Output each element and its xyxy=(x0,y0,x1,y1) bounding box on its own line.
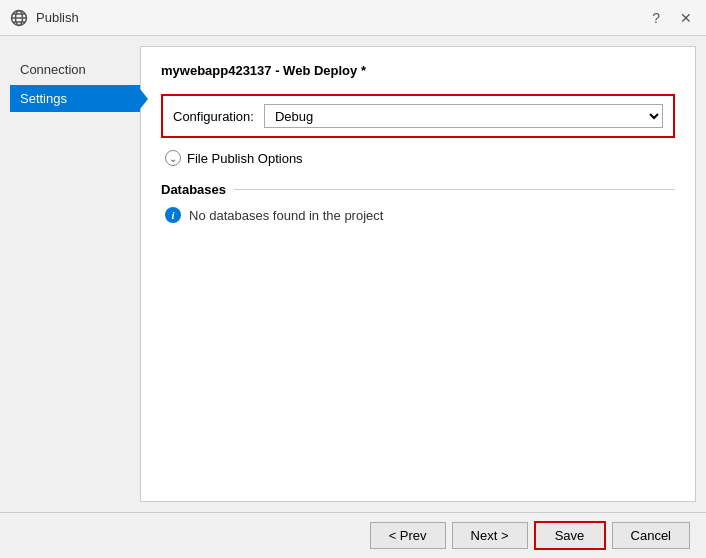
prev-button[interactable]: < Prev xyxy=(370,522,446,549)
file-publish-row: ⌄ File Publish Options xyxy=(161,150,675,166)
globe-icon xyxy=(10,9,28,27)
deploy-title: mywebapp423137 - Web Deploy * xyxy=(161,63,675,78)
sidebar-item-connection[interactable]: Connection xyxy=(10,56,140,83)
sidebar-item-settings[interactable]: Settings xyxy=(10,85,140,112)
configuration-section: Configuration: Debug Release xyxy=(161,94,675,138)
content-panel: mywebapp423137 - Web Deploy * Configurat… xyxy=(140,46,696,502)
title-bar: Publish ? ✕ xyxy=(0,0,706,36)
databases-header: Databases xyxy=(161,182,675,197)
footer: < Prev Next > Save Cancel xyxy=(0,512,706,558)
databases-section: Databases i No databases found in the pr… xyxy=(161,182,675,223)
config-select[interactable]: Debug Release xyxy=(264,104,663,128)
help-button[interactable]: ? xyxy=(648,8,664,28)
save-button[interactable]: Save xyxy=(534,521,606,550)
next-button[interactable]: Next > xyxy=(452,522,528,549)
dialog-body: Connection Settings mywebapp423137 - Web… xyxy=(0,36,706,512)
expand-icon[interactable]: ⌄ xyxy=(165,150,181,166)
sidebar: Connection Settings xyxy=(10,46,140,502)
databases-divider xyxy=(234,189,675,190)
databases-title: Databases xyxy=(161,182,226,197)
cancel-button[interactable]: Cancel xyxy=(612,522,690,549)
config-label: Configuration: xyxy=(173,109,254,124)
content-spacer xyxy=(161,235,675,485)
close-button[interactable]: ✕ xyxy=(676,8,696,28)
info-icon: i xyxy=(165,207,181,223)
no-databases-text: No databases found in the project xyxy=(189,208,383,223)
dialog-title: Publish xyxy=(36,10,79,25)
file-publish-label: File Publish Options xyxy=(187,151,303,166)
no-databases-row: i No databases found in the project xyxy=(161,207,675,223)
